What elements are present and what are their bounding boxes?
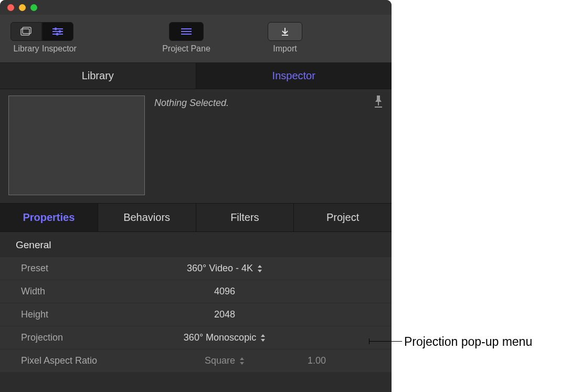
- svg-marker-18: [261, 339, 265, 342]
- subtab-project[interactable]: Project: [294, 204, 392, 231]
- library-icon: [20, 27, 32, 36]
- par-numeric[interactable]: 1.00: [308, 355, 381, 366]
- preview-thumbnail: [8, 96, 145, 195]
- app-window: Library Inspector Project Pane: [0, 0, 392, 392]
- inspector-button[interactable]: [42, 22, 73, 41]
- par-value: Square: [205, 355, 235, 366]
- projection-popup[interactable]: 360° Monoscopic: [142, 332, 308, 343]
- popup-arrows-icon: [257, 265, 262, 272]
- subtab-project-label: Project: [326, 211, 359, 224]
- label-par: Pixel Aspect Ratio: [21, 355, 142, 366]
- window-zoom-traffic-light[interactable]: [30, 4, 37, 11]
- svg-marker-20: [240, 362, 244, 365]
- library-inspector-group: Library Inspector: [10, 22, 73, 54]
- subtab-filters[interactable]: Filters: [196, 204, 294, 231]
- width-field[interactable]: 4096: [142, 286, 308, 297]
- panel-tabs: Library Inspector: [0, 63, 392, 89]
- inspector-sub-tabs: Properties Behaviors Filters Project: [0, 204, 392, 232]
- svg-marker-15: [258, 265, 262, 268]
- subtab-properties-label: Properties: [23, 211, 75, 224]
- svg-marker-19: [240, 357, 244, 360]
- label-height: Height: [21, 309, 142, 320]
- project-pane-button[interactable]: [169, 22, 204, 41]
- svg-point-3: [55, 28, 57, 30]
- import-group: Import: [268, 22, 302, 54]
- svg-marker-16: [258, 270, 262, 272]
- label-preset: Preset: [21, 263, 142, 274]
- tab-library[interactable]: Library: [0, 63, 196, 89]
- subtab-properties[interactable]: Properties: [0, 204, 98, 231]
- row-preset: Preset 360° Video - 4K: [0, 257, 392, 280]
- selection-status: Nothing Selected.: [154, 96, 383, 109]
- inspector-label: Inspector: [42, 44, 73, 54]
- group-header-general: General: [0, 232, 392, 257]
- callout-line: [369, 341, 402, 342]
- import-button[interactable]: [268, 22, 302, 41]
- properties-panel: General Preset 360° Video - 4K Width 409…: [0, 232, 392, 392]
- row-projection: Projection 360° Monoscopic: [0, 326, 392, 349]
- svg-marker-17: [261, 334, 265, 337]
- popup-arrows-icon: [239, 357, 245, 365]
- tab-inspector[interactable]: Inspector: [196, 63, 392, 89]
- height-field[interactable]: 2048: [142, 309, 308, 320]
- tab-inspector-label: Inspector: [272, 70, 315, 82]
- titlebar: [0, 0, 392, 15]
- popup-arrows-icon: [260, 334, 266, 342]
- preset-popup[interactable]: 360° Video - 4K: [142, 263, 308, 274]
- svg-point-7: [56, 33, 59, 36]
- callout-label: Projection pop-up menu: [404, 335, 532, 349]
- pin-icon[interactable]: [374, 94, 383, 108]
- download-icon: [280, 27, 290, 36]
- preview-area: Nothing Selected.: [0, 89, 392, 204]
- row-pixel-aspect-ratio: Pixel Aspect Ratio Square 1.00: [0, 349, 392, 373]
- subtab-behaviors[interactable]: Behaviors: [98, 204, 196, 231]
- window-minimize-traffic-light[interactable]: [19, 4, 26, 11]
- par-popup[interactable]: Square: [142, 355, 308, 366]
- library-button[interactable]: [10, 22, 42, 41]
- library-label: Library: [10, 44, 42, 54]
- toolbar: Library Inspector Project Pane: [0, 15, 392, 63]
- project-pane-group: Project Pane: [157, 22, 215, 54]
- sliders-icon: [51, 27, 64, 36]
- width-value: 4096: [214, 286, 235, 297]
- row-width: Width 4096: [0, 280, 392, 303]
- label-width: Width: [21, 286, 142, 297]
- label-projection: Projection: [21, 332, 142, 343]
- project-pane-label: Project Pane: [157, 44, 215, 54]
- subtab-filters-label: Filters: [230, 211, 259, 224]
- import-label: Import: [268, 44, 302, 54]
- tab-library-label: Library: [82, 70, 114, 82]
- projection-value: 360° Monoscopic: [184, 332, 256, 343]
- preset-value: 360° Video - 4K: [187, 263, 253, 274]
- height-value: 2048: [214, 309, 235, 320]
- list-icon: [180, 27, 193, 36]
- subtab-behaviors-label: Behaviors: [123, 211, 170, 224]
- window-close-traffic-light[interactable]: [7, 4, 14, 11]
- svg-point-5: [59, 30, 61, 33]
- row-height: Height 2048: [0, 303, 392, 326]
